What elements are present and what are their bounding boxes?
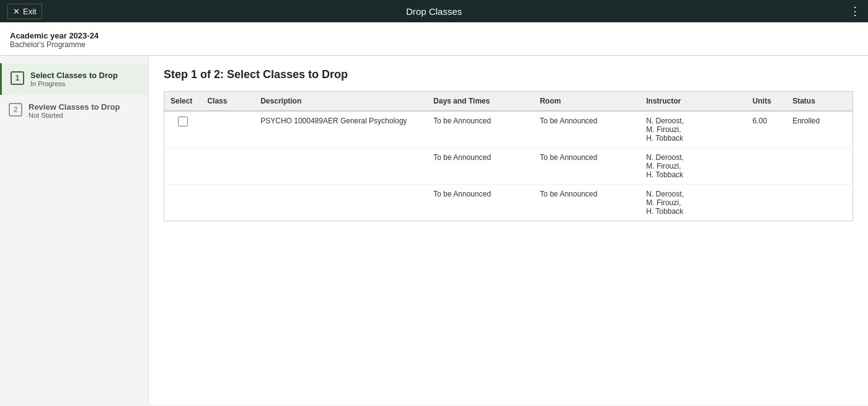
exit-button[interactable]: ✕ Exit <box>7 4 42 19</box>
units-cell: 6.00 <box>746 111 786 148</box>
main-layout: 1 Select Classes to Drop In Progress 2 R… <box>0 56 868 405</box>
table-row: To be AnnouncedTo be AnnouncedN. Deroost… <box>164 148 853 185</box>
days-times-cell: To be Announced <box>427 148 534 185</box>
col-header-class: Class <box>201 92 254 112</box>
col-header-days: Days and Times <box>427 92 534 112</box>
exit-icon: ✕ <box>13 7 20 16</box>
table-row: To be AnnouncedTo be AnnouncedN. Deroost… <box>164 185 853 221</box>
step-2-number: 2 <box>9 103 22 117</box>
units-cell <box>746 185 786 221</box>
table-header-row: Select Class Description Days and Times … <box>164 92 853 112</box>
col-header-status: Status <box>786 92 852 112</box>
step-1-status: In Progress <box>30 80 118 87</box>
step-2-label: Review Classes to Drop <box>29 102 120 112</box>
instructor-cell: N. Deroost, M. Firouzi, H. Tobback <box>640 148 746 185</box>
room-cell: To be Announced <box>534 111 640 148</box>
status-cell <box>786 148 852 185</box>
room-cell: To be Announced <box>534 185 640 221</box>
class-cell <box>201 111 254 148</box>
step-heading: Step 1 of 2: Select Classes to Drop <box>164 68 853 81</box>
step-1-text: Select Classes to Drop In Progress <box>30 71 118 87</box>
academic-year: Academic year 2023-24 <box>10 31 858 40</box>
select-cell <box>164 111 202 148</box>
col-header-description: Description <box>254 92 427 112</box>
table-row: PSYCHO 1000489AER General PsychologyTo b… <box>164 111 853 148</box>
col-header-room: Room <box>534 92 640 112</box>
days-times-cell: To be Announced <box>427 185 534 221</box>
col-header-instructor: Instructor <box>640 92 746 112</box>
select-cell <box>164 148 202 185</box>
step-1-label: Select Classes to Drop <box>30 71 118 80</box>
select-cell <box>164 185 202 221</box>
description-cell <box>254 185 427 221</box>
status-cell <box>786 185 852 221</box>
instructor-cell: N. Deroost, M. Firouzi, H. Tobback <box>640 111 746 148</box>
topbar-title: Drop Classes <box>406 6 462 17</box>
program-label: Bachelor's Programme <box>10 40 858 49</box>
sidebar: 1 Select Classes to Drop In Progress 2 R… <box>0 56 149 405</box>
step-2-text: Review Classes to Drop Not Started <box>29 102 120 119</box>
class-cell <box>201 148 254 185</box>
academic-info: Academic year 2023-24 Bachelor's Program… <box>0 22 868 56</box>
step-2-status: Not Started <box>29 112 120 119</box>
classes-table: Select Class Description Days and Times … <box>164 91 853 221</box>
instructor-cell: N. Deroost, M. Firouzi, H. Tobback <box>640 185 746 221</box>
col-header-select: Select <box>164 92 202 112</box>
days-times-cell: To be Announced <box>427 111 534 148</box>
more-icon: ⋮ <box>849 5 861 17</box>
col-header-units: Units <box>746 92 786 112</box>
topbar: ✕ Exit Drop Classes ⋮ <box>0 0 868 22</box>
description-cell <box>254 148 427 185</box>
content-area: Step 1 of 2: Select Classes to Drop Sele… <box>149 56 868 405</box>
exit-label: Exit <box>23 7 37 16</box>
select-checkbox[interactable] <box>178 117 188 126</box>
step-1-number: 1 <box>11 71 24 85</box>
units-cell <box>746 148 786 185</box>
more-options-button[interactable]: ⋮ <box>849 6 861 17</box>
description-cell: PSYCHO 1000489AER General Psychology <box>254 111 427 148</box>
sidebar-item-select-classes[interactable]: 1 Select Classes to Drop In Progress <box>0 63 148 95</box>
room-cell: To be Announced <box>534 148 640 185</box>
status-cell: Enrolled <box>786 111 852 148</box>
class-cell <box>201 185 254 221</box>
sidebar-item-review-classes[interactable]: 2 Review Classes to Drop Not Started <box>0 95 148 126</box>
